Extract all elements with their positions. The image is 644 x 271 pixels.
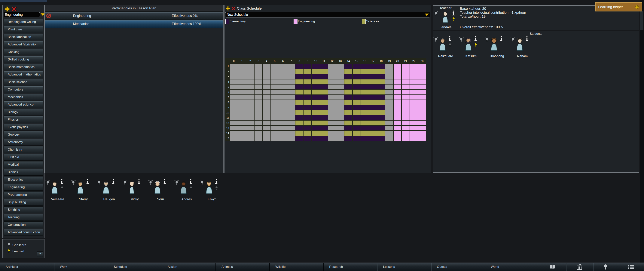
add-skill-button[interactable] (4, 6, 10, 12)
schedule-cell-r10-h18[interactable] (377, 110, 385, 115)
schedule-cell-r3-h5[interactable] (271, 74, 279, 79)
schedule-cell-r13-h11[interactable] (320, 126, 328, 130)
schedule-cell-r15-h2[interactable] (246, 136, 254, 141)
schedule-cell-r7-h10[interactable] (312, 95, 320, 100)
schedule-cell-r14-h22[interactable] (410, 131, 418, 135)
schedule-cell-r1-h4[interactable] (262, 64, 270, 69)
schedule-cell-r12-h10[interactable] (312, 121, 320, 125)
skill-item-chemistry[interactable]: Chemistry (4, 146, 43, 153)
schedule-cell-r7-h15[interactable] (353, 95, 360, 100)
info-icon[interactable] (190, 179, 192, 185)
schedule-cell-r12-h18[interactable] (377, 121, 385, 125)
pawn-portrait[interactable] (153, 181, 162, 194)
schedule-cell-r4-h15[interactable] (353, 79, 360, 84)
schedule-cell-r11-h10[interactable] (312, 115, 320, 120)
schedule-cell-r3-h10[interactable] (312, 74, 320, 79)
schedule-cell-r9-h4[interactable] (262, 105, 270, 110)
pawn-portrait[interactable] (179, 181, 188, 194)
schedule-cell-r7-h21[interactable] (402, 95, 410, 100)
schedule-cell-r12-h13[interactable] (336, 121, 344, 125)
pawn-portrait[interactable] (464, 38, 473, 51)
schedule-cell-r2-h9[interactable] (304, 69, 312, 74)
schedule-cell-r9-h9[interactable] (304, 105, 312, 110)
schedule-cell-r6-h3[interactable] (254, 90, 262, 94)
skill-item-physics[interactable]: Physics (4, 116, 43, 123)
schedule-cell-r4-h16[interactable] (361, 79, 369, 84)
schedule-dropdown-arrow-icon[interactable] (424, 13, 429, 16)
schedule-cell-r11-h14[interactable] (344, 115, 352, 120)
schedule-cell-r5-h6[interactable] (279, 85, 287, 89)
schedule-cell-r12-h19[interactable] (385, 121, 393, 125)
schedule-cell-r5-h22[interactable] (410, 85, 418, 89)
skill-item-mechanics[interactable]: Mechanics (4, 94, 43, 101)
schedule-cell-r3-h6[interactable] (279, 74, 287, 79)
schedule-cell-r9-h22[interactable] (410, 105, 418, 110)
schedule-cell-r9-h14[interactable] (344, 105, 352, 110)
schedule-cell-r2-h10[interactable] (312, 69, 320, 74)
schedule-cell-r5-h11[interactable] (320, 85, 328, 89)
schedule-cell-r9-h1[interactable] (238, 105, 246, 110)
schedule-cell-r7-h2[interactable] (246, 95, 254, 100)
schedule-cell-r2-h11[interactable] (320, 69, 328, 74)
schedule-cell-r9-h6[interactable] (279, 105, 287, 110)
schedule-cell-r4-h0[interactable] (230, 79, 238, 84)
schedule-cell-r4-h18[interactable] (377, 79, 385, 84)
schedule-cell-r2-h5[interactable] (271, 69, 279, 74)
schedule-cell-r13-h21[interactable] (402, 126, 410, 130)
skill-item-ship-building[interactable]: Ship building (4, 199, 43, 206)
schedule-cell-r12-h21[interactable] (402, 121, 410, 125)
schedule-cell-r2-h17[interactable] (369, 69, 377, 74)
schedule-cell-r3-h21[interactable] (402, 74, 410, 79)
schedule-cell-r8-h15[interactable] (353, 100, 360, 105)
skill-item-basic-fabrication[interactable]: Basic fabrication (4, 34, 43, 40)
skill-item-medical[interactable]: Medical (4, 161, 43, 168)
schedule-cell-r10-h10[interactable] (312, 110, 320, 115)
schedule-cell-r14-h2[interactable] (246, 131, 254, 135)
schedule-cell-r12-h11[interactable] (320, 121, 328, 125)
schedule-cell-r5-h18[interactable] (377, 85, 385, 89)
schedule-cell-r8-h10[interactable] (312, 100, 320, 105)
bottombar-lightbulb-icon-button[interactable] (593, 263, 618, 271)
schedule-cell-r15-h7[interactable] (287, 136, 295, 141)
schedule-cell-r10-h16[interactable] (361, 110, 369, 115)
schedule-cell-r8-h11[interactable] (320, 100, 328, 105)
schedule-cell-r13-h20[interactable] (394, 126, 402, 130)
schedule-cell-r8-h3[interactable] (254, 100, 262, 105)
schedule-cell-r3-h0[interactable] (230, 74, 238, 79)
schedule-cell-r8-h19[interactable] (385, 100, 393, 105)
schedule-cell-r6-h6[interactable] (279, 90, 287, 94)
schedule-cell-r6-h7[interactable] (287, 90, 295, 94)
bottombar-institution-icon-button[interactable] (566, 263, 593, 271)
learning-helper-button[interactable]: Learning helper (595, 2, 642, 12)
schedule-cell-r6-h12[interactable] (328, 90, 336, 94)
schedule-cell-r5-h12[interactable] (328, 85, 336, 89)
schedule-cell-r5-h0[interactable] (230, 85, 238, 89)
bottombar-architect-button[interactable]: Architect (0, 263, 54, 271)
schedule-cell-r13-h8[interactable] (296, 126, 303, 130)
schedule-cell-r7-h23[interactable] (418, 95, 426, 100)
schedule-cell-r9-h17[interactable] (369, 105, 377, 110)
schedule-cell-r4-h21[interactable] (402, 79, 410, 84)
schedule-cell-r13-h23[interactable] (418, 126, 426, 130)
schedule-cell-r12-h14[interactable] (344, 121, 352, 125)
schedule-cell-r8-h14[interactable] (344, 100, 352, 105)
schedule-cell-r8-h21[interactable] (402, 100, 410, 105)
schedule-cell-r2-h12[interactable] (328, 69, 336, 74)
schedule-cell-r10-h8[interactable] (296, 110, 303, 115)
schedule-cell-r5-h2[interactable] (246, 85, 254, 89)
skill-item-reading-and-writing[interactable]: Reading and writing (4, 19, 43, 25)
skill-item-astronomy[interactable]: Astronomy (4, 139, 43, 146)
schedule-cell-r6-h5[interactable] (271, 90, 279, 94)
schedule-cell-r6-h16[interactable] (361, 90, 369, 94)
schedule-cell-r1-h9[interactable] (304, 64, 312, 69)
schedule-cell-r15-h4[interactable] (262, 136, 270, 141)
schedule-cell-r12-h12[interactable] (328, 121, 336, 125)
schedule-cell-r1-h11[interactable] (320, 64, 328, 69)
schedule-cell-r2-h16[interactable] (361, 69, 369, 74)
schedule-cell-r6-h15[interactable] (353, 90, 360, 94)
schedule-cell-r3-h22[interactable] (410, 74, 418, 79)
skill-item-electronics[interactable]: Electronics (4, 176, 43, 183)
schedule-cell-r3-h1[interactable] (238, 74, 246, 79)
schedule-cell-r2-h22[interactable] (410, 69, 418, 74)
schedule-cell-r9-h2[interactable] (246, 105, 254, 110)
